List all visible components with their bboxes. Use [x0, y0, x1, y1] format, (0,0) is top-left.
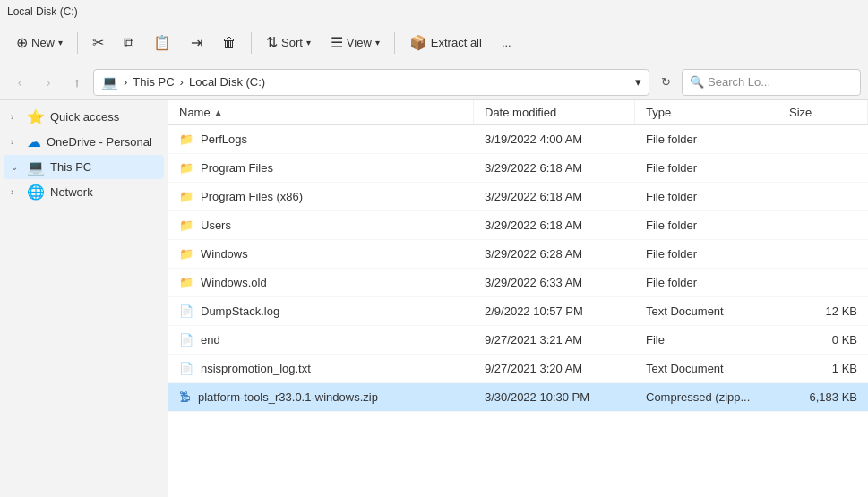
sidebar-item-this-pc-label: This PC: [50, 160, 91, 174]
table-row[interactable]: 📁 Program Files 3/29/2022 6:18 AM File f…: [168, 154, 868, 183]
table-row[interactable]: 📁 Windows.old 3/29/2022 6:33 AM File fol…: [168, 269, 868, 297]
file-date-cell: 3/29/2022 6:18 AM: [474, 215, 635, 236]
computer-icon: 💻: [27, 159, 45, 176]
chevron-down-icon: ⌄: [11, 162, 21, 172]
file-name: platform-tools_r33.0.1-windows.zip: [198, 390, 378, 404]
col-date-label: Date modified: [485, 106, 556, 119]
table-row[interactable]: 🗜 platform-tools_r33.0.1-windows.zip 3/3…: [168, 383, 868, 412]
file-name: Windows: [201, 247, 248, 261]
move-button[interactable]: ⇥: [182, 27, 211, 59]
network-icon: 🌐: [27, 184, 45, 201]
up-button[interactable]: ↑: [64, 70, 90, 95]
cloud-icon: ☁: [27, 133, 41, 150]
file-name-cell: 📁 PerfLogs: [168, 129, 474, 150]
new-label: New: [31, 36, 55, 49]
file-size-cell: [778, 222, 868, 229]
sort-arrow-icon: ▲: [214, 107, 223, 117]
sort-button[interactable]: ⇅ Sort ▾: [257, 27, 320, 59]
file-size-cell: 0 KB: [778, 330, 868, 350]
extract-icon: 📦: [409, 34, 427, 51]
file-type-cell: Text Document: [635, 301, 778, 321]
file-name-cell: 📄 end: [168, 330, 474, 350]
file-name: end: [201, 333, 220, 347]
sidebar-item-network-label: Network: [50, 185, 93, 199]
search-placeholder: Search Lo...: [708, 75, 770, 89]
file-date-cell: 3/29/2022 6:18 AM: [474, 158, 635, 178]
file-icon: 📁: [179, 190, 193, 203]
col-header-type[interactable]: Type: [635, 100, 778, 124]
file-name-cell: 📄 DumpStack.log: [168, 301, 474, 321]
file-type-cell: File: [635, 330, 778, 350]
file-name: Program Files: [201, 161, 273, 175]
file-date-cell: 2/9/2022 10:57 PM: [474, 301, 635, 321]
sidebar-item-network[interactable]: › 🌐 Network: [4, 180, 164, 204]
file-icon: 📁: [179, 161, 193, 175]
chevron-icon: ›: [11, 187, 21, 197]
col-header-date[interactable]: Date modified: [474, 100, 635, 124]
separator-3: [394, 32, 395, 54]
view-chevron-icon: ▾: [375, 38, 380, 47]
crumb-this-pc: This PC: [133, 75, 174, 89]
delete-button[interactable]: 🗑: [213, 27, 245, 59]
paste-icon: 📋: [153, 34, 171, 51]
col-header-name[interactable]: Name ▲: [168, 100, 474, 124]
table-row[interactable]: 📄 DumpStack.log 2/9/2022 10:57 PM Text D…: [168, 297, 868, 326]
table-row[interactable]: 📄 nsispromotion_log.txt 9/27/2021 3:20 A…: [168, 355, 868, 383]
file-size-cell: [778, 165, 868, 172]
star-icon: ⭐: [27, 108, 45, 125]
more-button[interactable]: ...: [493, 27, 520, 59]
col-name-label: Name: [179, 106, 211, 119]
table-row[interactable]: 📄 end 9/27/2021 3:21 AM File 0 KB: [168, 326, 868, 355]
crumb-local-disk: Local Disk (C:): [189, 75, 265, 89]
file-date-cell: 3/29/2022 6:18 AM: [474, 186, 635, 207]
address-bar-row: ‹ › ↑ 💻 › This PC › Local Disk (C:) ▾ ↻ …: [0, 64, 868, 100]
new-chevron-icon: ▾: [58, 38, 63, 47]
file-icon: 📄: [179, 362, 193, 375]
file-size-cell: [778, 193, 868, 201]
sort-label: Sort: [281, 36, 303, 49]
file-date-cell: 3/19/2022 4:00 AM: [474, 129, 635, 150]
search-box[interactable]: 🔍 Search Lo...: [682, 69, 861, 96]
file-name-cell: 📄 nsispromotion_log.txt: [168, 358, 474, 379]
table-row[interactable]: 📁 PerfLogs 3/19/2022 4:00 AM File folder: [168, 125, 868, 154]
file-name: Users: [201, 219, 231, 232]
file-date-cell: 3/30/2022 10:30 PM: [474, 387, 635, 407]
file-date-cell: 9/27/2021 3:21 AM: [474, 330, 635, 350]
extract-button[interactable]: 📦 Extract all: [400, 27, 491, 59]
col-type-label: Type: [646, 106, 671, 119]
delete-icon: 🗑: [222, 35, 236, 51]
col-header-size[interactable]: Size: [778, 100, 868, 124]
file-name-cell: 📁 Program Files: [168, 158, 474, 178]
file-name: PerfLogs: [201, 133, 247, 146]
copy-button[interactable]: ⧉: [115, 27, 142, 59]
file-size-cell: 12 KB: [778, 301, 868, 321]
sidebar-item-onedrive[interactable]: › ☁ OneDrive - Personal: [4, 130, 164, 154]
new-button[interactable]: ⊕ New ▾: [7, 27, 72, 59]
forward-button[interactable]: ›: [36, 70, 61, 95]
cut-button[interactable]: ✂: [83, 27, 113, 59]
file-size-cell: [778, 251, 868, 258]
pc-icon: 💻: [101, 74, 118, 90]
file-name-cell: 🗜 platform-tools_r33.0.1-windows.zip: [168, 387, 474, 407]
sidebar-item-quick-access[interactable]: › ⭐ Quick access: [4, 105, 164, 129]
paste-button[interactable]: 📋: [144, 27, 180, 59]
title-bar: Local Disk (C:): [0, 0, 868, 21]
sort-icon: ⇅: [266, 34, 278, 51]
address-box[interactable]: 💻 › This PC › Local Disk (C:) ▾: [93, 69, 649, 96]
file-icon: 📄: [179, 304, 193, 318]
file-name: DumpStack.log: [201, 304, 279, 318]
file-icon: 📁: [179, 219, 193, 232]
back-button[interactable]: ‹: [7, 70, 32, 95]
table-row[interactable]: 📁 Users 3/29/2022 6:18 AM File folder: [168, 211, 868, 240]
refresh-button[interactable]: ↻: [653, 70, 678, 95]
sidebar-item-this-pc[interactable]: ⌄ 💻 This PC: [4, 155, 164, 179]
search-icon: 🔍: [690, 75, 704, 89]
file-icon: 🗜: [179, 390, 191, 404]
file-type-cell: File folder: [635, 272, 778, 293]
table-row[interactable]: 📁 Windows 3/29/2022 6:28 AM File folder: [168, 240, 868, 269]
table-row[interactable]: 📁 Program Files (x86) 3/29/2022 6:18 AM …: [168, 183, 868, 211]
view-button[interactable]: ☰ View ▾: [322, 27, 389, 59]
file-type-cell: File folder: [635, 129, 778, 150]
crumb-separator-1: ›: [124, 75, 127, 89]
move-icon: ⇥: [191, 34, 202, 51]
